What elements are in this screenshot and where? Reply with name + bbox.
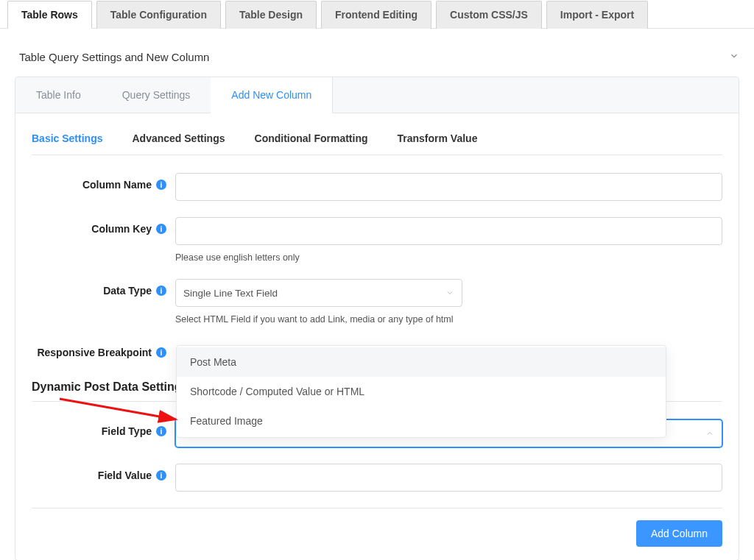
tab-frontend-editing[interactable]: Frontend Editing: [321, 1, 431, 29]
chevron-down-icon: [729, 51, 739, 61]
inner-tabs: Table Info Query Settings Add New Column: [15, 77, 739, 113]
panel-title-row: Table Query Settings and New Column: [19, 51, 739, 63]
footer-row: Add Column: [32, 508, 722, 547]
label-data-type: Data Type i: [32, 279, 175, 297]
data-type-select[interactable]: Single Line Text Field: [175, 279, 462, 307]
dropdown-item-post-meta[interactable]: Post Meta: [177, 347, 666, 377]
label-column-name-text: Column Name: [82, 179, 152, 191]
tab-table-design[interactable]: Table Design: [225, 1, 317, 29]
row-data-type: Data Type i Single Line Text Field Selec…: [32, 279, 722, 325]
data-type-select-value: Single Line Text Field: [183, 288, 278, 299]
info-icon[interactable]: i: [156, 470, 166, 481]
field-value-input[interactable]: [175, 464, 722, 492]
top-tabs: Table Rows Table Configuration Table Des…: [0, 0, 754, 29]
add-column-button[interactable]: Add Column: [636, 520, 722, 547]
help-data-type: Select HTML Field if you want to add Lin…: [175, 314, 722, 325]
label-column-name: Column Name i: [32, 173, 175, 191]
sub-tab-advanced-settings[interactable]: Advanced Settings: [132, 132, 225, 144]
inner-tab-add-new-column[interactable]: Add New Column: [211, 77, 333, 113]
panel-title: Table Query Settings and New Column: [19, 51, 209, 63]
chevron-up-icon: [705, 429, 714, 438]
label-field-value-text: Field Value: [98, 469, 152, 481]
field-data-type: Single Line Text Field Select HTML Field…: [175, 279, 722, 325]
field-column-name: [175, 173, 722, 201]
row-field-value: Field Value i: [32, 464, 722, 492]
tab-table-rows[interactable]: Table Rows: [7, 1, 92, 29]
sub-tabs: Basic Settings Advanced Settings Conditi…: [32, 132, 722, 155]
label-field-value: Field Value i: [32, 464, 175, 481]
info-icon[interactable]: i: [156, 286, 166, 296]
field-column-key: Please use english letters only: [175, 217, 722, 263]
row-column-key: Column Key i Please use english letters …: [32, 217, 722, 263]
tab-import-export[interactable]: Import - Export: [546, 1, 648, 29]
info-icon[interactable]: i: [156, 224, 166, 234]
field-field-value: [175, 464, 722, 492]
dropdown-item-featured-image[interactable]: Featured Image: [177, 406, 666, 436]
help-column-key: Please use english letters only: [175, 252, 722, 263]
sub-tab-basic-settings[interactable]: Basic Settings: [32, 132, 102, 144]
sub-tab-conditional-formatting[interactable]: Conditional Formatting: [255, 132, 368, 144]
label-data-type-text: Data Type: [103, 285, 152, 297]
inner-card: Table Info Query Settings Add New Column…: [15, 77, 739, 560]
info-icon[interactable]: i: [156, 180, 166, 190]
panel-collapse-toggle[interactable]: [729, 51, 739, 63]
dropdown-item-shortcode[interactable]: Shortcode / Computed Value or HTML: [177, 377, 666, 406]
sub-tab-transform-value[interactable]: Transform Value: [398, 132, 478, 144]
label-column-key-text: Column Key: [91, 223, 152, 235]
info-icon[interactable]: i: [156, 347, 166, 358]
svg-line-0: [60, 399, 176, 419]
column-key-input[interactable]: [175, 217, 722, 245]
label-field-type: Field Type i: [32, 419, 175, 437]
inner-tab-query-settings[interactable]: Query Settings: [102, 77, 211, 113]
inner-tab-table-info[interactable]: Table Info: [15, 77, 102, 113]
column-name-input[interactable]: [175, 173, 722, 201]
label-responsive-breakpoint-text: Responsive Breakpoint: [37, 347, 152, 358]
label-field-type-text: Field Type: [102, 425, 152, 437]
label-column-key: Column Key i: [32, 217, 175, 235]
label-responsive-breakpoint: Responsive Breakpoint i: [32, 341, 175, 358]
panel-wrap: Table Query Settings and New Column Tabl…: [0, 29, 754, 560]
tab-custom-css-js[interactable]: Custom CSS/JS: [436, 1, 542, 29]
inner-content: Basic Settings Advanced Settings Conditi…: [15, 113, 739, 560]
tab-table-configuration[interactable]: Table Configuration: [96, 1, 221, 29]
row-column-name: Column Name i: [32, 173, 722, 201]
info-icon[interactable]: i: [156, 426, 166, 436]
field-type-dropdown: Post Meta Shortcode / Computed Value or …: [176, 345, 666, 438]
chevron-down-icon: [445, 288, 454, 297]
